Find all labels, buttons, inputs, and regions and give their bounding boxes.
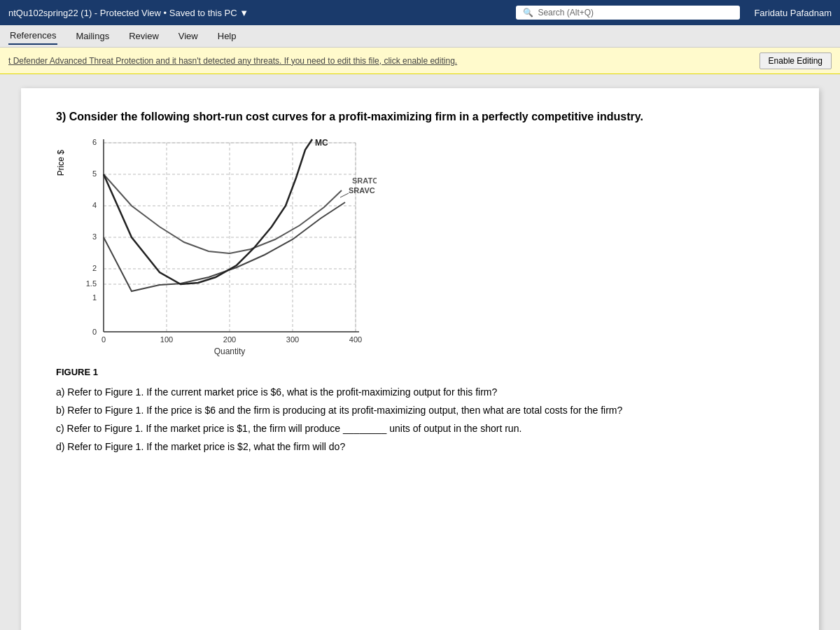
menu-review[interactable]: Review bbox=[127, 28, 160, 44]
figure-label: FIGURE 1 bbox=[56, 367, 784, 377]
chart-svg: 0 1 1.5 2 3 4 5 6 0 100 200 300 400 Quan… bbox=[69, 136, 377, 363]
svg-text:400: 400 bbox=[349, 335, 362, 344]
chart-container: Price $ bbox=[56, 136, 784, 363]
svg-text:2: 2 bbox=[92, 264, 97, 272]
document-title: ntQu102spring22 (1) - Protected View • S… bbox=[8, 8, 516, 18]
questions-section: a) Refer to Figure 1. If the current mar… bbox=[56, 384, 784, 455]
security-warning-text: t Defender Advanced Threat Protection an… bbox=[8, 56, 760, 66]
search-placeholder: Search (Alt+Q) bbox=[538, 8, 594, 18]
menu-view[interactable]: View bbox=[177, 28, 200, 44]
search-box[interactable]: 🔍 Search (Alt+Q) bbox=[516, 6, 740, 20]
search-icon: 🔍 bbox=[523, 8, 533, 18]
svg-text:SRAVC: SRAVC bbox=[349, 186, 375, 195]
question-d: d) Refer to Figure 1. If the market pric… bbox=[56, 439, 784, 456]
svg-text:0: 0 bbox=[92, 328, 97, 336]
svg-text:0: 0 bbox=[102, 335, 106, 344]
question-b: b) Refer to Figure 1. If the price is $6… bbox=[56, 402, 784, 419]
menu-bar: References Mailings Review View Help bbox=[0, 25, 840, 48]
svg-text:Quantity: Quantity bbox=[214, 346, 246, 356]
y-axis-label: Price $ bbox=[56, 150, 66, 176]
menu-mailings[interactable]: Mailings bbox=[74, 28, 111, 44]
document-content: 3) Consider the following short-run cost… bbox=[21, 88, 819, 630]
svg-text:1: 1 bbox=[92, 293, 97, 302]
question-a: a) Refer to Figure 1. If the current mar… bbox=[56, 384, 784, 401]
svg-text:1.5: 1.5 bbox=[86, 279, 97, 288]
svg-text:5: 5 bbox=[92, 169, 97, 178]
svg-text:3: 3 bbox=[92, 232, 97, 241]
svg-text:4: 4 bbox=[92, 201, 97, 209]
enable-editing-button[interactable]: Enable Editing bbox=[760, 52, 832, 69]
svg-text:MC: MC bbox=[315, 138, 328, 148]
svg-text:100: 100 bbox=[160, 335, 173, 344]
security-bar: t Defender Advanced Threat Protection an… bbox=[0, 48, 840, 74]
menu-help[interactable]: Help bbox=[216, 28, 238, 44]
menu-references[interactable]: References bbox=[8, 27, 57, 45]
question-header: 3) Consider the following short-run cost… bbox=[56, 109, 784, 125]
document-area: 3) Consider the following short-run cost… bbox=[0, 74, 840, 630]
cost-curves-chart: 0 1 1.5 2 3 4 5 6 0 100 200 300 400 Quan… bbox=[69, 136, 377, 360]
user-name: Faridatu Pafadnam bbox=[754, 8, 832, 18]
question-c: c) Refer to Figure 1. If the market pric… bbox=[56, 421, 784, 438]
title-bar: ntQu102spring22 (1) - Protected View • S… bbox=[0, 0, 840, 25]
svg-text:200: 200 bbox=[223, 335, 236, 344]
svg-text:6: 6 bbox=[92, 138, 97, 146]
svg-text:SRATC: SRATC bbox=[352, 176, 377, 185]
svg-text:300: 300 bbox=[286, 335, 299, 344]
